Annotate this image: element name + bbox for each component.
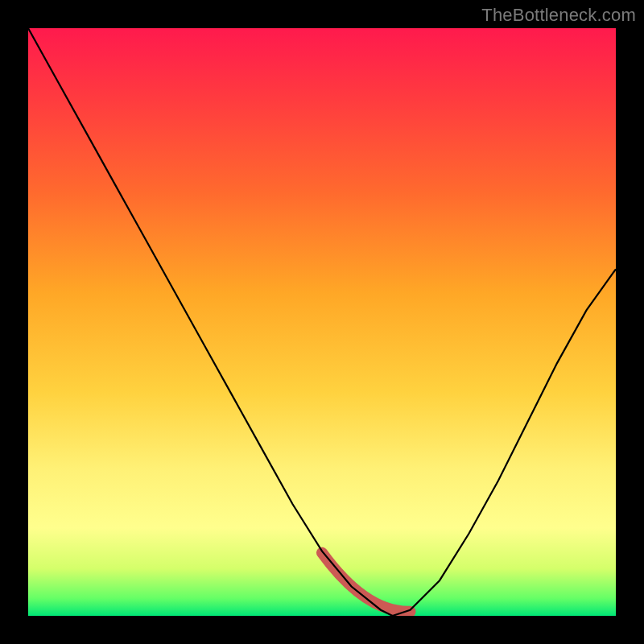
chart-frame: TheBottleneck.com (0, 0, 644, 644)
plot-area (28, 28, 616, 616)
bottleneck-curve (28, 28, 616, 616)
optimal-range-band (322, 553, 411, 612)
watermark-text: TheBottleneck.com (481, 5, 636, 26)
bottleneck-curve-svg (28, 28, 616, 616)
